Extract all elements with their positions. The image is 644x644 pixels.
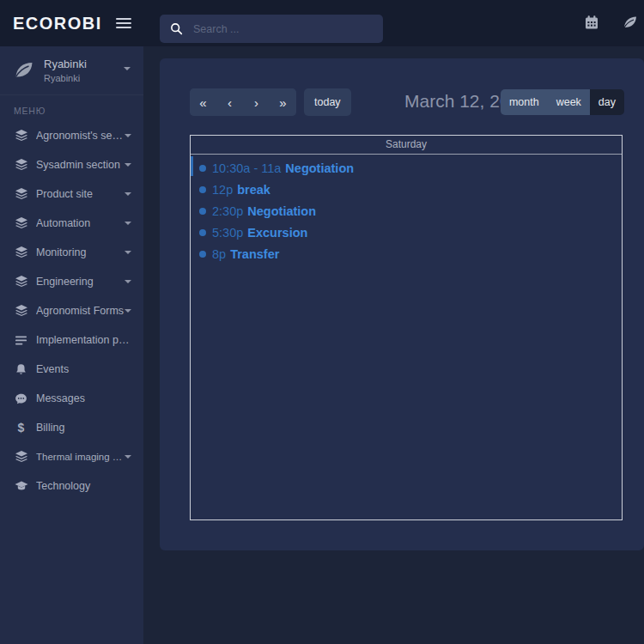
list-icon (14, 333, 28, 348)
sidebar-item-label: Agronomist Forms (36, 305, 125, 317)
dollar-icon: $ (14, 421, 28, 435)
active-event-indicator (191, 156, 193, 176)
sidebar-item-label: Messages (36, 392, 131, 404)
chevron-down-icon (125, 280, 131, 283)
event-time: 8p (212, 247, 226, 261)
chevron-down-icon (125, 251, 131, 254)
sidebar-item-label: Thermal imaging report (36, 452, 125, 462)
event-time: 5:30p (212, 226, 243, 240)
day-grid[interactable]: Saturday 10:30a - 11a Negotiation 12p br… (190, 135, 623, 520)
chevron-down-icon (125, 192, 131, 196)
topbar-icons (583, 14, 639, 31)
user-name: Ryabinki (44, 58, 87, 70)
app-root: « ‹ › » today March 12, 2022 month week … (0, 0, 644, 644)
event-row[interactable]: 12p break (191, 179, 622, 200)
event-row[interactable]: 8p Transfer (191, 243, 622, 264)
sidebar-item-label: Technology (36, 480, 131, 492)
next-year-button[interactable]: » (270, 88, 296, 116)
brand-logo[interactable]: ECOROBI (13, 14, 102, 33)
chevron-down-icon (125, 455, 131, 459)
sidebar-item-label: Agronomist's section (36, 130, 125, 142)
layers-icon (14, 275, 28, 289)
sidebar-item-label: Product site (36, 188, 125, 200)
bell-icon (14, 362, 28, 377)
chevron-down-icon (124, 67, 131, 70)
layers-icon (14, 158, 28, 173)
leaf-icon[interactable] (622, 14, 639, 31)
event-title: Transfer (230, 247, 279, 261)
chevron-down-icon (125, 309, 131, 313)
layers-icon (14, 304, 28, 319)
layers-icon (14, 246, 28, 260)
sidebar-item-messages[interactable]: Messages (0, 384, 143, 413)
layers-icon (14, 129, 28, 143)
next-button[interactable]: › (243, 88, 270, 116)
today-button[interactable]: today (304, 88, 351, 116)
graduation-cap-icon (14, 479, 28, 494)
event-row[interactable]: 10:30a - 11a Negotiation (191, 157, 622, 179)
user-menu[interactable]: Ryabinki Ryabinki (0, 46, 143, 95)
day-header: Saturday (191, 136, 622, 155)
sidebar: ECOROBI Ryabinki Ryabinki МЕНЮ Agronomis… (0, 0, 143, 644)
layers-icon (14, 187, 28, 202)
calendar-toolbar: « ‹ › » today March 12, 2022 month week … (190, 88, 624, 116)
search-icon (170, 22, 183, 35)
sidebar-item-agronomists-section[interactable]: Agronomist's section (0, 121, 143, 150)
chevron-down-icon (125, 134, 131, 137)
sidebar-item-thermal-imaging-report[interactable]: Thermal imaging report (0, 442, 143, 471)
event-time: 10:30a - 11a (212, 161, 281, 175)
event-time: 2:30p (212, 204, 243, 218)
sidebar-item-monitoring[interactable]: Monitoring (0, 238, 143, 267)
calendar-icon[interactable] (583, 14, 600, 31)
chevron-down-icon (125, 222, 131, 225)
sidebar-item-technology[interactable]: Technology (0, 471, 143, 501)
event-row[interactable]: 2:30p Negotiation (191, 200, 622, 222)
event-dot-icon (199, 186, 206, 193)
sidebar-header: ECOROBI (0, 0, 143, 46)
event-dot-icon (199, 229, 206, 236)
prev-button[interactable]: ‹ (216, 88, 243, 116)
sidebar-item-label: Implementation plan (36, 334, 131, 346)
event-title: Excursion (247, 226, 307, 240)
leaf-avatar-icon (13, 59, 35, 82)
chevron-down-icon (125, 163, 131, 167)
sidebar-item-sysadmin-section[interactable]: Sysadmin section (0, 150, 143, 179)
chat-icon (14, 392, 28, 406)
sidebar-item-automation[interactable]: Automation (0, 209, 143, 238)
view-month-button[interactable]: month (501, 89, 548, 115)
prev-year-button[interactable]: « (190, 88, 216, 116)
event-title: Negotiation (247, 204, 316, 218)
event-dot-icon (199, 208, 206, 215)
user-subtitle: Ryabinki (44, 73, 87, 83)
sidebar-item-label: Automation (36, 217, 125, 229)
event-list: 10:30a - 11a Negotiation 12p break 2:30p… (191, 155, 622, 264)
sidebar-item-label: Events (36, 363, 131, 375)
sidebar-item-billing[interactable]: $ Billing (0, 413, 143, 442)
sidebar-item-events[interactable]: Events (0, 355, 143, 384)
menu-toggle-icon[interactable] (116, 13, 131, 33)
calendar-nav-group: « ‹ › » (190, 88, 296, 116)
view-day-button[interactable]: day (590, 89, 624, 115)
menu-section-label: МЕНЮ (0, 95, 143, 121)
event-title: Negotiation (285, 161, 354, 175)
sidebar-item-product-site[interactable]: Product site (0, 179, 143, 209)
event-time: 12p (212, 183, 233, 197)
sidebar-item-label: Engineering (36, 276, 125, 288)
view-week-button[interactable]: week (548, 89, 590, 115)
sidebar-item-implementation-plan[interactable]: Implementation plan (0, 325, 143, 355)
search-box[interactable] (160, 15, 383, 43)
sidebar-item-label: Billing (36, 422, 131, 434)
sidebar-item-agronomist-forms[interactable]: Agronomist Forms (0, 296, 143, 325)
event-dot-icon (199, 251, 206, 258)
sidebar-item-label: Monitoring (36, 246, 125, 258)
calendar-card: « ‹ › » today March 12, 2022 month week … (160, 58, 644, 550)
view-switcher: month week day (501, 89, 624, 115)
event-dot-icon (199, 165, 206, 172)
sidebar-item-label: Sysadmin section (36, 159, 125, 171)
event-row[interactable]: 5:30p Excursion (191, 222, 622, 243)
event-title: break (237, 183, 270, 197)
search-input[interactable] (191, 22, 373, 36)
layers-icon (14, 216, 28, 231)
sidebar-item-engineering[interactable]: Engineering (0, 267, 143, 296)
layers-icon (14, 450, 28, 465)
